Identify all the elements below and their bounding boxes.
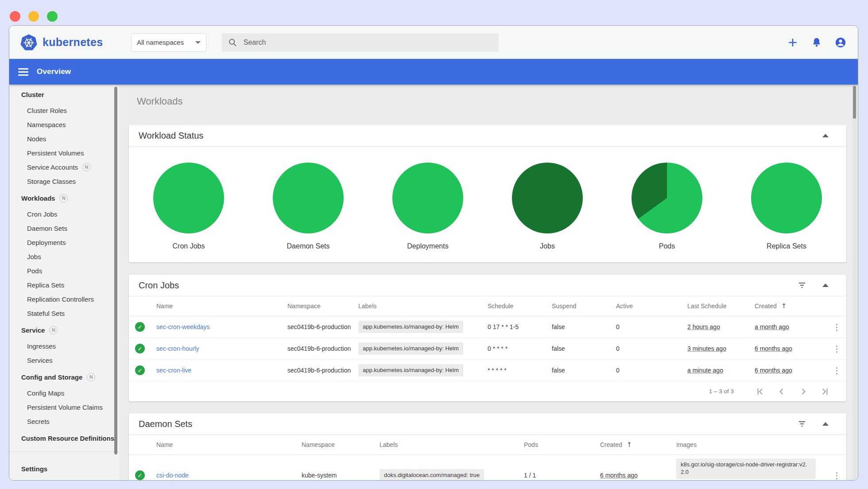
sidebar-scrollbar[interactable] <box>114 87 117 454</box>
sidebar-item-services[interactable]: Services <box>9 353 119 367</box>
sidebar-item-replication-controllers[interactable]: Replication Controllers <box>9 292 119 306</box>
sidebar-item-replica-sets[interactable]: Replica Sets <box>9 278 119 292</box>
cell-active: 0 <box>616 345 687 352</box>
relative-time: 6 months ago <box>600 472 638 479</box>
sidebar-item-persistent-volume-claims[interactable]: Persistent Volume Claims <box>9 400 119 414</box>
column-header-name[interactable]: Name <box>156 441 302 448</box>
sidebar-item-namespaces[interactable]: Namespaces <box>9 117 119 132</box>
chevron-left-icon <box>776 386 787 397</box>
sidebar-section-label: Cluster <box>21 91 44 98</box>
sidebar-section-service[interactable]: ServiceN <box>9 323 119 337</box>
sidebar-item-storage-classes[interactable]: Storage Classes <box>9 174 119 188</box>
sidebar-item-jobs[interactable]: Jobs <box>9 249 119 264</box>
column-header-namespace[interactable]: Namespace <box>302 441 380 448</box>
new-badge: N <box>87 373 95 381</box>
resource-link[interactable]: sec-cron-live <box>156 367 191 374</box>
column-header-suspend[interactable]: Suspend <box>552 303 616 310</box>
cell-name: sec-cron-live <box>156 367 287 374</box>
sidebar-item-label: Jobs <box>27 253 41 260</box>
sidebar-item-label: Settings <box>21 465 47 473</box>
sidebar-item-deployments[interactable]: Deployments <box>9 235 119 249</box>
table-row: ✓sec-cron-hourlysec0419b-6-productionapp… <box>129 338 846 360</box>
label-chip: k8s.gcr.io/sig-storage/csi-node-driver-r… <box>676 458 816 479</box>
sidebar-section-workloads[interactable]: WorkloadsN <box>9 191 119 205</box>
cell-active: 0 <box>616 367 687 374</box>
sidebar-item-service-accounts[interactable]: Service AccountsN <box>9 160 119 174</box>
collapse-icon[interactable] <box>822 422 829 426</box>
sidebar-item-daemon-sets[interactable]: Daemon Sets <box>9 221 119 235</box>
label-chip: app.kubernetes.io/managed-by: Helm <box>358 321 463 334</box>
sidebar-section-custom-resource-definitions[interactable]: Custom Resource Definitions <box>9 431 119 445</box>
last-page-button[interactable] <box>820 386 830 397</box>
column-header-pods[interactable]: Pods <box>524 441 600 448</box>
sidebar-item-ingresses[interactable]: Ingresses <box>9 339 119 353</box>
search-bar[interactable] <box>222 33 499 52</box>
traffic-light-close[interactable] <box>10 11 20 22</box>
kubernetes-brand[interactable]: kubernetes <box>20 34 105 51</box>
collapse-icon[interactable] <box>822 283 829 287</box>
kebab-menu-button[interactable]: ⋮ <box>830 322 844 332</box>
first-page-button[interactable] <box>755 386 765 397</box>
filter-button[interactable] <box>798 419 806 428</box>
traffic-light-minimize[interactable] <box>28 11 39 22</box>
sidebar-item-cron-jobs[interactable]: Cron Jobs <box>9 207 119 221</box>
sidebar-item-stateful-sets[interactable]: Stateful Sets <box>9 306 119 320</box>
menu-button[interactable] <box>18 68 28 76</box>
sidebar-item-label: Persistent Volume Claims <box>27 404 103 411</box>
column-header-schedule[interactable]: Schedule <box>488 303 552 310</box>
status-success-icon: ✓ <box>135 322 145 332</box>
kebab-menu-button[interactable]: ⋮ <box>830 344 844 353</box>
filter-button[interactable] <box>798 281 806 290</box>
column-header-images[interactable]: Images <box>676 441 830 448</box>
account-button[interactable] <box>834 36 847 49</box>
create-resource-button[interactable] <box>787 36 799 49</box>
column-header-label: Created <box>600 441 622 448</box>
new-badge: N <box>49 326 58 334</box>
column-header-created[interactable]: Created↑ <box>755 302 830 310</box>
sidebar-nav: ClusterCluster RolesNamespacesNodesPersi… <box>9 87 119 445</box>
sidebar-item-nodes[interactable]: Nodes <box>9 132 119 146</box>
sidebar-item-pods[interactable]: Pods <box>9 264 119 278</box>
next-page-button[interactable] <box>798 386 809 397</box>
workload-chart-pods: Pods <box>607 163 727 250</box>
cell-pods: 1 / 1 <box>524 472 600 479</box>
main-scrollbar-thumb[interactable] <box>853 86 856 119</box>
sidebar-item-secrets[interactable]: Secrets <box>9 414 119 428</box>
kebab-menu-button[interactable]: ⋮ <box>830 470 844 480</box>
new-badge: N <box>82 163 91 171</box>
resource-link[interactable]: sec-cron-hourly <box>156 345 199 352</box>
workload-charts-row: Cron JobsDaemon SetsDeploymentsJobsPodsR… <box>129 147 846 262</box>
namespace-select[interactable]: All namespaces <box>131 33 206 52</box>
column-header-last-schedule[interactable]: Last Schedule <box>687 303 755 310</box>
sidebar-section-config-and-storage[interactable]: Config and StorageN <box>9 370 119 384</box>
previous-page-button[interactable] <box>776 386 787 397</box>
column-header-label: Name <box>156 303 173 310</box>
sidebar-item-cluster-roles[interactable]: Cluster Roles <box>9 103 119 117</box>
column-header-labels[interactable]: Labels <box>380 441 524 448</box>
table-row: ✓sec-cron-livesec0419b-6-productionapp.k… <box>129 360 846 381</box>
column-header-namespace[interactable]: Namespace <box>287 303 358 310</box>
resource-link[interactable]: sec-cron-weekdays <box>156 323 210 330</box>
main-scrollbar[interactable] <box>852 85 857 480</box>
kebab-menu-button[interactable]: ⋮ <box>830 365 844 375</box>
column-header-created[interactable]: Created↑ <box>600 441 676 449</box>
search-input[interactable] <box>244 39 492 47</box>
collapse-icon[interactable] <box>822 134 829 137</box>
sidebar: ClusterCluster RolesNamespacesNodesPersi… <box>9 85 119 480</box>
sidebar-item-config-maps[interactable]: Config Maps <box>9 386 119 400</box>
resource-link[interactable]: csi-do-node <box>156 472 189 479</box>
column-header-name[interactable]: Name <box>156 303 287 310</box>
sidebar-group-cluster: ClusterCluster RolesNamespacesNodesPersi… <box>9 87 119 188</box>
sidebar-item-settings[interactable]: Settings <box>9 462 119 476</box>
notifications-button[interactable] <box>810 36 823 49</box>
column-header-labels[interactable]: Labels <box>358 303 488 310</box>
sidebar-section-cluster[interactable]: Cluster <box>9 87 119 101</box>
traffic-light-zoom[interactable] <box>47 11 58 22</box>
nav-bar: Overview <box>9 59 858 85</box>
cell-suspend: false <box>552 367 616 374</box>
chart-label: Daemon Sets <box>287 242 330 250</box>
sidebar-item-label: Secrets <box>27 418 50 425</box>
column-header-active[interactable]: Active <box>616 303 687 310</box>
daemon-sets-card: Daemon Sets NameNamespaceLabelsPodsCreat… <box>129 413 846 481</box>
sidebar-item-persistent-volumes[interactable]: Persistent Volumes <box>9 146 119 160</box>
